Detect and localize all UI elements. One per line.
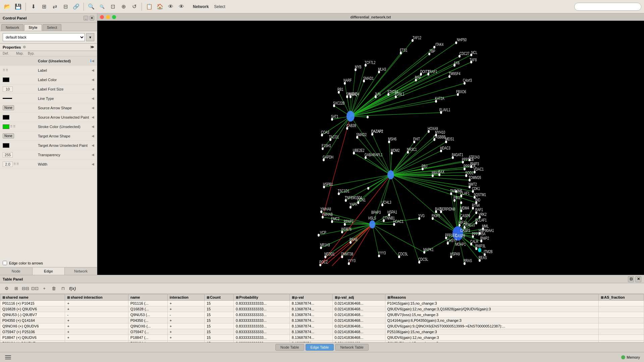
th-count[interactable]: ⊞Count — [204, 294, 233, 301]
table-row[interactable]: O75947 (+) P25106 + O75947 (... + 15 0.8… — [0, 329, 644, 335]
th-pval-adj[interactable]: ⊞p-val_adj — [332, 294, 385, 301]
tt-function-icon[interactable]: f(x) — [68, 285, 76, 293]
svg-text:PPP2R5A: PPP2R5A — [472, 231, 486, 236]
tab-select[interactable]: Select — [43, 24, 62, 31]
style-dropdown[interactable]: default black — [3, 33, 85, 41]
minimize-btn[interactable] — [106, 15, 110, 19]
prop-arrow-label[interactable]: ◀ — [92, 68, 94, 72]
search-input[interactable] — [574, 3, 641, 11]
table-row[interactable]: Q9NU53 (-) Q9UBV7 - Q9NU53 (... - 15 0.8… — [0, 312, 644, 318]
list-icon[interactable] — [4, 353, 12, 361]
home-icon[interactable]: 🏠 — [155, 2, 165, 11]
edge-color-checkbox[interactable] — [3, 261, 7, 265]
open-icon[interactable]: 📂 — [3, 2, 12, 11]
tt-split-icon[interactable]: ⊡⊡ — [31, 285, 39, 293]
grid-icon[interactable]: ⊞ — [39, 2, 49, 11]
tab-network[interactable]: Network — [1, 24, 23, 31]
svg-text:POCZ: POCZ — [319, 260, 328, 264]
th-reasons[interactable]: ⊞Reasons — [385, 294, 599, 301]
zoom-select-icon[interactable]: ⊕ — [119, 2, 128, 11]
swatch-source-paint[interactable] — [3, 115, 9, 120]
table-row[interactable]: Q16828 (+) Q9UDV6 + Q16828 (... + 15 0.8… — [0, 306, 644, 312]
cp-tab-edge[interactable]: Edge — [33, 267, 65, 275]
swatch-stroke-color[interactable] — [3, 124, 9, 129]
tt-grid-icon[interactable]: ⊞ — [12, 285, 20, 293]
table-row[interactable]: Q9NOX6 (+) Q9UDV6 + Q9NOX6 (... + 15 0.8… — [0, 323, 644, 329]
import-icon[interactable]: ⬇ — [29, 2, 38, 11]
svg-text:NMT2: NMT2 — [469, 182, 477, 186]
table-tab-node[interactable]: Node Table — [275, 344, 304, 351]
swatch-label-color[interactable] — [3, 77, 9, 82]
svg-text:MML: MML — [482, 224, 489, 228]
svg-text:BNIP3L: BNIP3L — [475, 244, 486, 248]
val-font-size[interactable]: 10 — [3, 86, 13, 92]
table-icon[interactable]: ⊟ — [61, 2, 70, 11]
prop-arrow-source-paint[interactable]: ◀ — [92, 115, 94, 119]
clipboard-icon[interactable]: 📋 — [145, 2, 154, 11]
eye2-icon[interactable]: 👁 — [177, 2, 186, 11]
cell-interaction: + — [167, 301, 204, 306]
maximize-btn[interactable] — [112, 15, 116, 19]
cell-probability: 0.833333333333... — [234, 323, 290, 329]
val-transparency[interactable]: 255 — [3, 152, 13, 158]
prop-arrow-label-color[interactable]: ◀ — [92, 78, 94, 81]
cp-tab-network[interactable]: Network — [65, 267, 97, 275]
svg-text:MYB: MYB — [355, 65, 361, 69]
line-type-preview[interactable] — [3, 98, 12, 99]
svg-text:CDC5L: CDC5L — [398, 252, 408, 256]
table-row[interactable]: P04350 (+) Q14164 + P04350 (... + 15 0.8… — [0, 318, 644, 323]
tt-link-icon[interactable]: ⊓ — [59, 285, 67, 293]
th-pval[interactable]: ⊞p-val — [289, 294, 332, 301]
refresh-icon[interactable]: ↺ — [129, 2, 139, 11]
cp-close-btn[interactable]: ✕ — [90, 16, 94, 20]
th-name[interactable]: name — [128, 294, 167, 301]
zoom-fit-icon[interactable]: ⊡ — [108, 2, 117, 11]
cell-as-fraction — [599, 335, 644, 341]
prop-arrow-stroke-color[interactable]: ◀ — [92, 125, 94, 128]
svg-text:HSPB1: HSPB1 — [323, 182, 333, 186]
cp-minimize-btn[interactable]: _ — [84, 16, 88, 20]
swatch-target-paint[interactable] — [3, 143, 9, 148]
th-interaction[interactable]: interaction — [167, 294, 204, 301]
tt-settings-icon[interactable]: ⚙ — [3, 285, 11, 293]
table-tab-network[interactable]: Network Table — [335, 344, 369, 351]
cp-tab-node[interactable]: Node — [0, 267, 33, 275]
table-tab-edge[interactable]: Edge Table — [306, 344, 334, 351]
svg-text:TSC1D1: TSC1D1 — [338, 189, 350, 193]
eye-icon[interactable]: 👁 — [166, 2, 175, 11]
th-probability[interactable]: ⊞Probability — [234, 294, 290, 301]
prop-arrow-transparency[interactable]: ◀ — [92, 153, 94, 157]
table-row[interactable]: P18847 (+) Q9UDV6 + P18847 (... + 15 0.8… — [0, 335, 644, 341]
th-shared-name[interactable]: ⊞shared name — [0, 294, 65, 301]
close-btn[interactable] — [100, 15, 104, 19]
save-icon[interactable]: 💾 — [13, 2, 23, 11]
th-as-fraction[interactable]: ⊞AS_fraction — [599, 294, 644, 301]
prop-arrow-target-paint[interactable]: ◀ — [92, 143, 94, 147]
share-icon[interactable]: ⇄ — [50, 2, 59, 11]
cell-name: Q9NU53 (... — [128, 312, 167, 318]
tp-expand-btn[interactable]: ⊡ — [628, 276, 634, 282]
prop-arrow-width[interactable]: ◀ — [92, 162, 94, 166]
svg-text:MAPK1: MAPK1 — [423, 247, 434, 252]
svg-text:TBP: TBP — [429, 49, 435, 54]
cell-shared-interaction: + — [65, 301, 128, 306]
table-row[interactable]: P01116 (+) P10415 + P01116 (... + 15 0.8… — [0, 301, 644, 306]
zoom-in-icon[interactable]: 🔍 — [87, 2, 96, 11]
val-width[interactable]: 2.0 — [3, 162, 13, 167]
prop-arrow-source-arrow[interactable]: ◀ — [92, 106, 94, 110]
tab-style[interactable]: Style — [24, 24, 42, 31]
prop-arrow-target-arrow[interactable]: ◀ — [92, 134, 94, 138]
link-icon[interactable]: 🔗 — [71, 2, 81, 11]
tt-delete-icon[interactable]: 🗑 — [50, 285, 58, 293]
style-dropdown-btn[interactable]: ▼ — [86, 33, 94, 41]
th-shared-interaction[interactable]: ⊞shared interaction — [65, 294, 128, 301]
network-canvas[interactable]: differential_network.txt — [97, 13, 644, 275]
prop-arrow-color-header[interactable]: ◀ — [92, 59, 94, 63]
tt-merge-icon[interactable]: ⊟⊟ — [21, 285, 30, 293]
tp-close-btn[interactable]: ✕ — [635, 276, 641, 282]
zoom-out-icon[interactable]: 🔍 — [97, 2, 107, 11]
properties-collapse-btn[interactable]: ≫ — [90, 45, 94, 49]
prop-arrow-font-size[interactable]: ◀ — [92, 87, 94, 91]
tt-add-icon[interactable]: + — [40, 285, 48, 293]
prop-arrow-line-type[interactable]: ◀ — [92, 97, 94, 100]
